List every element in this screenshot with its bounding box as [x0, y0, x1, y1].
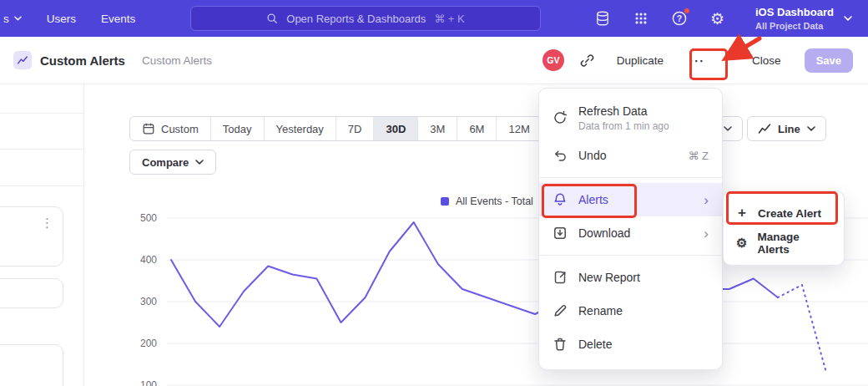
nav-item-boards-partial[interactable]: s	[3, 13, 22, 25]
gear-icon: ⚙	[735, 236, 749, 251]
kebab-menu-icon[interactable]: ⋮	[41, 216, 53, 231]
date-range-label: 12M	[508, 123, 529, 135]
project-name: iOS Dashboard	[755, 6, 834, 18]
menu-item-delete[interactable]: Delete	[539, 328, 722, 361]
date-range-yesterday[interactable]: Yesterday	[264, 117, 336, 140]
submenu-item-manage-alerts[interactable]: ⚙ Manage Alerts	[724, 228, 844, 258]
chart-type-label: Line	[778, 123, 800, 135]
menu-item-label: Download	[578, 226, 630, 240]
nav-item-users[interactable]: Users	[47, 13, 76, 25]
breadcrumb[interactable]: Custom Alerts	[142, 54, 212, 67]
new-report-icon	[553, 270, 568, 285]
menu-divider	[539, 255, 722, 256]
copy-link-icon[interactable]	[579, 53, 595, 69]
y-axis-tick: 200	[130, 338, 157, 349]
global-search[interactable]: Open Reports & Dashboards ⌘ + K	[190, 6, 541, 31]
menu-item-label: New Report	[578, 271, 640, 284]
date-range-12m[interactable]: 12M	[496, 117, 541, 140]
project-subtitle: All Project Data	[755, 21, 834, 31]
line-chart-icon	[758, 122, 771, 135]
more-options-button[interactable]: ⋯	[680, 47, 714, 74]
date-range-picker: Custom Today Yesterday 7D 30D 3M 6M 12M	[129, 116, 542, 141]
chevron-down-icon	[724, 126, 732, 131]
chart-legend[interactable]: All Events - Total	[441, 196, 533, 207]
menu-item-subtitle: Data from 1 min ago	[578, 120, 669, 132]
chevron-down-icon	[807, 126, 815, 131]
page-title: Custom Alerts	[40, 53, 125, 68]
trash-icon	[553, 337, 568, 352]
top-nav-left: s Users Events	[3, 0, 135, 37]
chevron-down-icon	[14, 16, 22, 21]
chevron-right-icon: ›	[704, 193, 709, 207]
ellipsis-icon: ⋯	[689, 51, 705, 70]
nav-item-boards-label: s	[3, 13, 9, 25]
header-actions: GV Duplicate ⋯ Close Save	[542, 47, 853, 74]
date-range-label: Yesterday	[276, 123, 324, 135]
project-switcher[interactable]: iOS Dashboard All Project Data	[755, 0, 852, 37]
pencil-icon	[553, 303, 568, 318]
date-range-label: 3M	[430, 123, 445, 135]
search-shortcut: ⌘ + K	[434, 13, 465, 25]
legend-swatch	[441, 197, 449, 206]
date-range-label: Custom	[161, 123, 199, 135]
data-management-icon[interactable]	[594, 10, 611, 27]
compare-button[interactable]: Compare	[129, 150, 216, 175]
sidebar-row-divider	[0, 185, 83, 186]
download-icon	[553, 226, 568, 241]
date-range-label: 6M	[469, 123, 484, 135]
sidebar-divider	[83, 84, 84, 386]
menu-item-label: Undo	[578, 149, 606, 162]
notification-dot	[684, 8, 690, 14]
date-range-6m[interactable]: 6M	[457, 117, 496, 140]
bell-icon	[553, 192, 568, 207]
search-placeholder: Open Reports & Dashboards	[286, 13, 426, 25]
refresh-icon	[553, 110, 568, 125]
date-range-label: Today	[223, 123, 252, 135]
menu-item-rename[interactable]: Rename	[539, 294, 722, 328]
menu-item-label: Delete	[578, 338, 612, 351]
submenu-item-create-alert[interactable]: + Create Alert	[724, 198, 844, 228]
menu-divider	[539, 177, 722, 178]
menu-item-download[interactable]: Download ›	[539, 216, 722, 250]
menu-item-shortcut: ⌘ Z	[688, 150, 709, 162]
menu-item-alerts[interactable]: Alerts ›	[539, 183, 722, 216]
legend-label: All Events - Total	[456, 196, 533, 207]
sidebar-card[interactable]	[0, 344, 63, 386]
chevron-right-icon: ›	[704, 226, 709, 241]
date-range-label: 30D	[386, 123, 406, 135]
menu-item-label: Rename	[578, 304, 623, 317]
menu-item-new-report[interactable]: New Report	[539, 261, 722, 294]
alerts-submenu: + Create Alert ⚙ Manage Alerts	[723, 190, 845, 266]
date-range-7d[interactable]: 7D	[336, 117, 374, 140]
nav-item-events[interactable]: Events	[101, 13, 135, 25]
top-nav-icons: ? ⚙	[594, 0, 724, 37]
nav-item-events-label: Events	[101, 13, 135, 25]
compare-label: Compare	[142, 156, 189, 169]
close-button[interactable]: Close	[752, 54, 781, 67]
date-range-3m[interactable]: 3M	[417, 117, 457, 140]
menu-item-label: Alerts	[578, 193, 608, 206]
report-header: Custom Alerts Custom Alerts GV Duplicate…	[0, 37, 868, 84]
menu-item-undo[interactable]: Undo ⌘ Z	[539, 139, 722, 172]
menu-item-refresh-data[interactable]: Refresh Data Data from 1 min ago	[539, 97, 722, 139]
date-range-today[interactable]: Today	[210, 117, 264, 140]
apps-grid-icon[interactable]	[633, 11, 648, 26]
undo-icon	[553, 148, 568, 163]
save-button[interactable]: Save	[805, 48, 853, 73]
menu-item-label: Refresh Data	[578, 104, 669, 118]
settings-gear-icon[interactable]: ⚙	[710, 11, 724, 27]
chart-type-dropdown[interactable]: Line	[747, 116, 826, 141]
duplicate-button[interactable]: Duplicate	[617, 54, 664, 67]
help-icon[interactable]: ?	[671, 10, 688, 27]
date-range-30d[interactable]: 30D	[373, 117, 417, 140]
chevron-down-icon	[844, 16, 852, 21]
search-icon	[266, 13, 278, 24]
chevron-down-icon	[195, 160, 204, 165]
date-range-custom[interactable]: Custom	[130, 117, 210, 140]
report-type-icon	[13, 51, 32, 69]
sidebar-card[interactable]: ⋮	[0, 206, 63, 267]
avatar[interactable]: GV	[542, 49, 564, 71]
sidebar-card[interactable]	[0, 278, 63, 308]
y-axis-tick: 400	[130, 254, 157, 266]
y-axis-tick: 500	[130, 212, 157, 224]
